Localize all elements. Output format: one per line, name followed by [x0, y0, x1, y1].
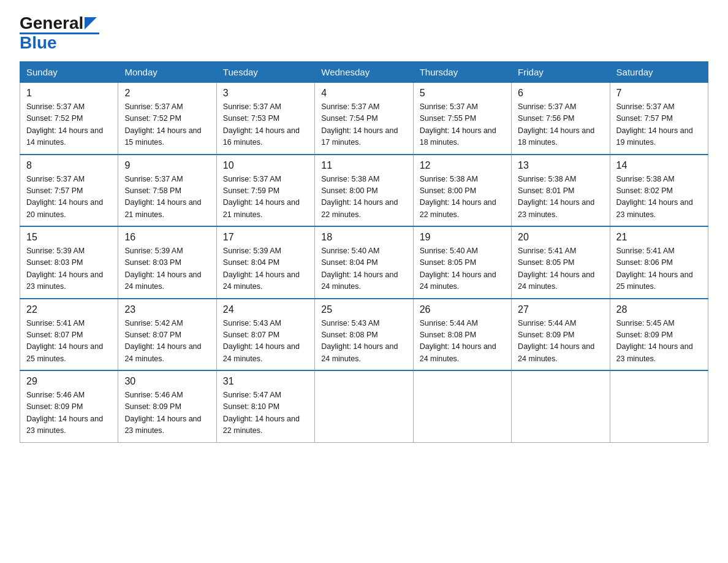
day-number: 6 — [518, 88, 603, 99]
table-row: 7Sunrise: 5:37 AMSunset: 7:57 PMDaylight… — [610, 83, 708, 155]
day-info: Sunrise: 5:37 AMSunset: 7:53 PMDaylight:… — [223, 101, 308, 149]
table-row: 8Sunrise: 5:37 AMSunset: 7:57 PMDaylight… — [20, 155, 118, 227]
logo: General Blue — [20, 15, 99, 52]
day-info: Sunrise: 5:37 AMSunset: 7:59 PMDaylight:… — [223, 174, 308, 221]
day-number: 7 — [616, 88, 702, 99]
day-number: 23 — [124, 304, 210, 315]
table-row: 24Sunrise: 5:43 AMSunset: 8:07 PMDayligh… — [216, 299, 314, 371]
calendar-week-row: 1Sunrise: 5:37 AMSunset: 7:52 PMDaylight… — [20, 83, 708, 155]
day-number: 25 — [321, 304, 406, 315]
day-number: 22 — [26, 304, 112, 315]
day-info: Sunrise: 5:45 AMSunset: 8:09 PMDaylight:… — [616, 318, 702, 366]
day-info: Sunrise: 5:47 AMSunset: 8:10 PMDaylight:… — [223, 389, 308, 437]
calendar-table: Sunday Monday Tuesday Wednesday Thursday… — [20, 61, 708, 443]
day-info: Sunrise: 5:39 AMSunset: 8:03 PMDaylight:… — [124, 245, 210, 293]
table-row: 28Sunrise: 5:45 AMSunset: 8:09 PMDayligh… — [610, 299, 708, 371]
day-info: Sunrise: 5:37 AMSunset: 7:57 PMDaylight:… — [26, 174, 112, 221]
table-row: 5Sunrise: 5:37 AMSunset: 7:55 PMDaylight… — [413, 83, 511, 155]
table-row: 14Sunrise: 5:38 AMSunset: 8:02 PMDayligh… — [610, 155, 708, 227]
table-row — [610, 370, 708, 442]
page-header: General Blue — [20, 15, 708, 52]
table-row: 23Sunrise: 5:42 AMSunset: 8:07 PMDayligh… — [118, 299, 216, 371]
table-row: 20Sunrise: 5:41 AMSunset: 8:05 PMDayligh… — [512, 226, 610, 299]
day-number: 16 — [124, 232, 210, 243]
table-row: 11Sunrise: 5:38 AMSunset: 8:00 PMDayligh… — [315, 155, 413, 227]
day-info: Sunrise: 5:44 AMSunset: 8:09 PMDaylight:… — [518, 318, 603, 366]
day-number: 14 — [616, 160, 702, 171]
day-number: 12 — [420, 160, 505, 171]
day-number: 21 — [616, 232, 702, 243]
day-number: 1 — [26, 88, 112, 99]
day-number: 8 — [26, 160, 112, 171]
table-row: 29Sunrise: 5:46 AMSunset: 8:09 PMDayligh… — [20, 370, 118, 442]
day-number: 17 — [223, 232, 308, 243]
table-row: 4Sunrise: 5:37 AMSunset: 7:54 PMDaylight… — [315, 83, 413, 155]
day-number: 13 — [518, 160, 603, 171]
day-info: Sunrise: 5:43 AMSunset: 8:08 PMDaylight:… — [321, 318, 406, 366]
day-number: 26 — [420, 304, 505, 315]
day-number: 19 — [420, 232, 505, 243]
day-info: Sunrise: 5:39 AMSunset: 8:04 PMDaylight:… — [223, 245, 308, 293]
table-row: 31Sunrise: 5:47 AMSunset: 8:10 PMDayligh… — [216, 370, 314, 442]
day-info: Sunrise: 5:38 AMSunset: 8:02 PMDaylight:… — [616, 174, 702, 221]
table-row: 10Sunrise: 5:37 AMSunset: 7:59 PMDayligh… — [216, 155, 314, 227]
day-number: 3 — [223, 88, 308, 99]
day-info: Sunrise: 5:43 AMSunset: 8:07 PMDaylight:… — [223, 318, 308, 366]
day-number: 31 — [223, 376, 308, 387]
table-row: 21Sunrise: 5:41 AMSunset: 8:06 PMDayligh… — [610, 226, 708, 299]
day-info: Sunrise: 5:41 AMSunset: 8:07 PMDaylight:… — [26, 318, 112, 366]
day-number: 30 — [124, 376, 210, 387]
calendar-week-row: 29Sunrise: 5:46 AMSunset: 8:09 PMDayligh… — [20, 370, 708, 442]
header-thursday: Thursday — [413, 62, 511, 83]
table-row — [315, 370, 413, 442]
day-info: Sunrise: 5:37 AMSunset: 7:54 PMDaylight:… — [321, 101, 406, 149]
day-number: 4 — [321, 88, 406, 99]
header-monday: Monday — [118, 62, 216, 83]
table-row — [413, 370, 511, 442]
logo-triangle-icon — [85, 17, 97, 29]
calendar-week-row: 22Sunrise: 5:41 AMSunset: 8:07 PMDayligh… — [20, 299, 708, 371]
header-wednesday: Wednesday — [315, 62, 413, 83]
logo-general-text: General — [20, 15, 83, 32]
header-tuesday: Tuesday — [216, 62, 314, 83]
day-info: Sunrise: 5:38 AMSunset: 8:00 PMDaylight:… — [420, 174, 505, 221]
header-sunday: Sunday — [20, 62, 118, 83]
day-info: Sunrise: 5:37 AMSunset: 7:57 PMDaylight:… — [616, 101, 702, 149]
day-info: Sunrise: 5:46 AMSunset: 8:09 PMDaylight:… — [124, 389, 210, 437]
table-row: 18Sunrise: 5:40 AMSunset: 8:04 PMDayligh… — [315, 226, 413, 299]
table-row: 15Sunrise: 5:39 AMSunset: 8:03 PMDayligh… — [20, 226, 118, 299]
day-number: 28 — [616, 304, 702, 315]
table-row: 27Sunrise: 5:44 AMSunset: 8:09 PMDayligh… — [512, 299, 610, 371]
table-row — [512, 370, 610, 442]
day-info: Sunrise: 5:37 AMSunset: 7:52 PMDaylight:… — [26, 101, 112, 149]
logo-blue-text: Blue — [20, 34, 57, 52]
table-row: 6Sunrise: 5:37 AMSunset: 7:56 PMDaylight… — [512, 83, 610, 155]
day-number: 9 — [124, 160, 210, 171]
table-row: 12Sunrise: 5:38 AMSunset: 8:00 PMDayligh… — [413, 155, 511, 227]
day-number: 18 — [321, 232, 406, 243]
day-info: Sunrise: 5:46 AMSunset: 8:09 PMDaylight:… — [26, 389, 112, 437]
day-info: Sunrise: 5:40 AMSunset: 8:04 PMDaylight:… — [321, 245, 406, 293]
day-info: Sunrise: 5:37 AMSunset: 7:56 PMDaylight:… — [518, 101, 603, 149]
day-info: Sunrise: 5:41 AMSunset: 8:05 PMDaylight:… — [518, 245, 603, 293]
table-row: 26Sunrise: 5:44 AMSunset: 8:08 PMDayligh… — [413, 299, 511, 371]
day-number: 20 — [518, 232, 603, 243]
day-number: 29 — [26, 376, 112, 387]
day-info: Sunrise: 5:41 AMSunset: 8:06 PMDaylight:… — [616, 245, 702, 293]
day-info: Sunrise: 5:44 AMSunset: 8:08 PMDaylight:… — [420, 318, 505, 366]
day-number: 15 — [26, 232, 112, 243]
table-row: 13Sunrise: 5:38 AMSunset: 8:01 PMDayligh… — [512, 155, 610, 227]
day-info: Sunrise: 5:37 AMSunset: 7:58 PMDaylight:… — [124, 174, 210, 221]
table-row: 3Sunrise: 5:37 AMSunset: 7:53 PMDaylight… — [216, 83, 314, 155]
day-info: Sunrise: 5:37 AMSunset: 7:52 PMDaylight:… — [124, 101, 210, 149]
day-info: Sunrise: 5:37 AMSunset: 7:55 PMDaylight:… — [420, 101, 505, 149]
day-info: Sunrise: 5:42 AMSunset: 8:07 PMDaylight:… — [124, 318, 210, 366]
table-row: 19Sunrise: 5:40 AMSunset: 8:05 PMDayligh… — [413, 226, 511, 299]
day-info: Sunrise: 5:39 AMSunset: 8:03 PMDaylight:… — [26, 245, 112, 293]
table-row: 1Sunrise: 5:37 AMSunset: 7:52 PMDaylight… — [20, 83, 118, 155]
table-row: 17Sunrise: 5:39 AMSunset: 8:04 PMDayligh… — [216, 226, 314, 299]
day-number: 5 — [420, 88, 505, 99]
calendar-week-row: 8Sunrise: 5:37 AMSunset: 7:57 PMDaylight… — [20, 155, 708, 227]
day-number: 24 — [223, 304, 308, 315]
table-row: 30Sunrise: 5:46 AMSunset: 8:09 PMDayligh… — [118, 370, 216, 442]
